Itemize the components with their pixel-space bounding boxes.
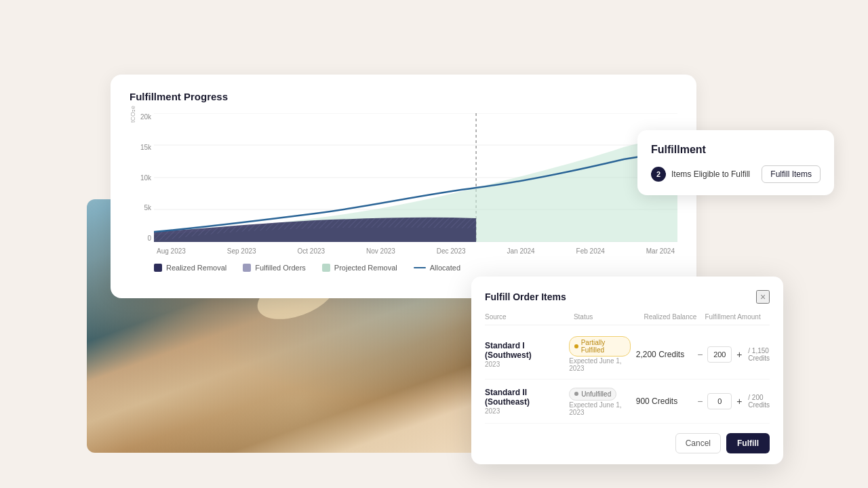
- y-label-5k: 5k: [144, 204, 151, 211]
- row1-decrement-button[interactable]: −: [694, 348, 706, 361]
- row2-status-label: Unfulfilled: [581, 390, 611, 398]
- y-axis: 0 5k 10k 15k 20k: [130, 113, 151, 242]
- table-row: Standard II (Southeast) 2023 Unfulfilled…: [485, 380, 770, 424]
- x-label-nov: Nov 2023: [366, 247, 395, 255]
- legend-allocated-label: Allocated: [430, 264, 460, 272]
- fulfillment-widget-title: Fulfillment: [651, 144, 821, 156]
- row1-amount-max: / 1,150 Credits: [748, 347, 770, 362]
- row2-amount-max: / 200 Credits: [748, 394, 770, 409]
- row2-balance: 900 Credits: [636, 396, 689, 406]
- legend-allocated-icon: [414, 267, 426, 268]
- col-balance: Realized Balance: [644, 313, 699, 321]
- legend-fulfilled-label: Fulfilled Orders: [255, 264, 306, 272]
- row1-status-col: Partially Fulfilled Expected June 1, 202…: [569, 336, 630, 372]
- modal-title: Fulfill Order Items: [485, 291, 566, 302]
- row1-amount-col: − + / 1,150 Credits: [694, 346, 770, 363]
- modal-header: Fulfill Order Items ×: [485, 290, 770, 304]
- legend-realized: Realized Removal: [154, 264, 226, 272]
- row2-amount-col: − + / 200 Credits: [694, 393, 770, 409]
- row2-expected-date: Expected June 1, 2023: [569, 401, 630, 416]
- legend-projected-label: Projected Removal: [334, 264, 397, 272]
- row1-balance: 2,200 Credits: [636, 350, 689, 359]
- row1-status-label: Partially Fulfilled: [581, 339, 625, 354]
- row1-increment-button[interactable]: +: [733, 348, 745, 361]
- x-label-sep: Sep 2023: [227, 247, 256, 255]
- badge-label: Items Eligible to Fulfill: [671, 169, 750, 179]
- legend-projected: Projected Removal: [322, 264, 397, 272]
- legend-fulfilled-icon: [243, 264, 251, 272]
- row2-decrement-button[interactable]: −: [694, 395, 706, 407]
- legend-projected-icon: [322, 264, 330, 272]
- legend-fulfilled: Fulfilled Orders: [243, 264, 306, 272]
- chart-title: Fulfillment Progress: [130, 91, 677, 102]
- chart-legend: Realized Removal Fulfilled Orders Projec…: [130, 264, 677, 272]
- row2-source-name: Standard II (Southeast): [485, 388, 564, 407]
- x-label-aug: Aug 2023: [157, 247, 186, 255]
- modal-footer: Cancel Fulfill: [485, 433, 770, 453]
- row2-increment-button[interactable]: +: [733, 395, 745, 407]
- fulfillment-row: 2 Items Eligible to Fulfill Fulfill Item…: [651, 165, 821, 183]
- table-row: Standard I (Southwest) 2023 Partially Fu…: [485, 329, 770, 380]
- col-amount: Fulfillment Amount: [705, 313, 770, 321]
- row1-source-name: Standard I (Southwest): [485, 341, 564, 360]
- row1-stepper: − +: [694, 346, 745, 363]
- x-axis: Aug 2023 Sep 2023 Oct 2023 Nov 2023 Dec …: [154, 247, 677, 255]
- row2-status-badge: Unfulfilled: [569, 388, 616, 401]
- legend-realized-icon: [154, 264, 162, 272]
- badge-count: 2: [651, 167, 666, 182]
- col-source: Source: [485, 313, 568, 321]
- y-label-0: 0: [147, 235, 151, 242]
- legend-allocated: Allocated: [414, 264, 460, 272]
- x-label-jan: Jan 2024: [507, 247, 534, 255]
- legend-realized-label: Realized Removal: [166, 264, 226, 272]
- row1-status-dot: [574, 344, 578, 348]
- chart-card: Fulfillment Progress 0 5k 10k 15k 20k tC…: [111, 75, 696, 298]
- x-label-mar: Mar 2024: [646, 247, 675, 255]
- x-label-dec: Dec 2023: [437, 247, 466, 255]
- fulfill-items-button[interactable]: Fulfill Items: [762, 165, 821, 183]
- y-label-15k: 15k: [140, 144, 151, 151]
- row1-expected-date: Expected June 1, 2023: [569, 357, 630, 372]
- row2-amount-input[interactable]: [707, 393, 732, 409]
- fulfill-order-modal: Fulfill Order Items × Source Status Real…: [471, 277, 783, 464]
- fulfill-button[interactable]: Fulfill: [726, 433, 770, 453]
- fulfillment-widget: Fulfillment 2 Items Eligible to Fulfill …: [637, 130, 834, 195]
- modal-table-header: Source Status Realized Balance Fulfillme…: [485, 313, 770, 325]
- modal-close-button[interactable]: ×: [756, 290, 770, 304]
- chart-svg: Today: [154, 113, 677, 242]
- x-label-oct: Oct 2023: [298, 247, 326, 255]
- chart-area: 0 5k 10k 15k 20k tCO₂e Today: [154, 113, 677, 256]
- y-label-20k: 20k: [140, 113, 151, 121]
- y-label-10k: 10k: [140, 174, 151, 182]
- row2-status-col: Unfulfilled Expected June 1, 2023: [569, 386, 630, 416]
- row2-stepper: − +: [694, 393, 745, 409]
- y-axis-unit: tCO₂e: [130, 102, 136, 123]
- row1-status-badge: Partially Fulfilled: [569, 336, 630, 357]
- row1-amount-input[interactable]: [707, 346, 732, 363]
- row2-source: Standard II (Southeast) 2023: [485, 388, 564, 415]
- badge-items: 2 Items Eligible to Fulfill: [651, 167, 750, 182]
- row2-source-year: 2023: [485, 407, 564, 415]
- row2-status-dot: [574, 392, 578, 396]
- row1-source-year: 2023: [485, 361, 564, 368]
- cancel-button[interactable]: Cancel: [675, 433, 721, 453]
- x-label-feb: Feb 2024: [576, 247, 605, 255]
- col-status: Status: [574, 313, 639, 321]
- row1-source: Standard I (Southwest) 2023: [485, 341, 564, 368]
